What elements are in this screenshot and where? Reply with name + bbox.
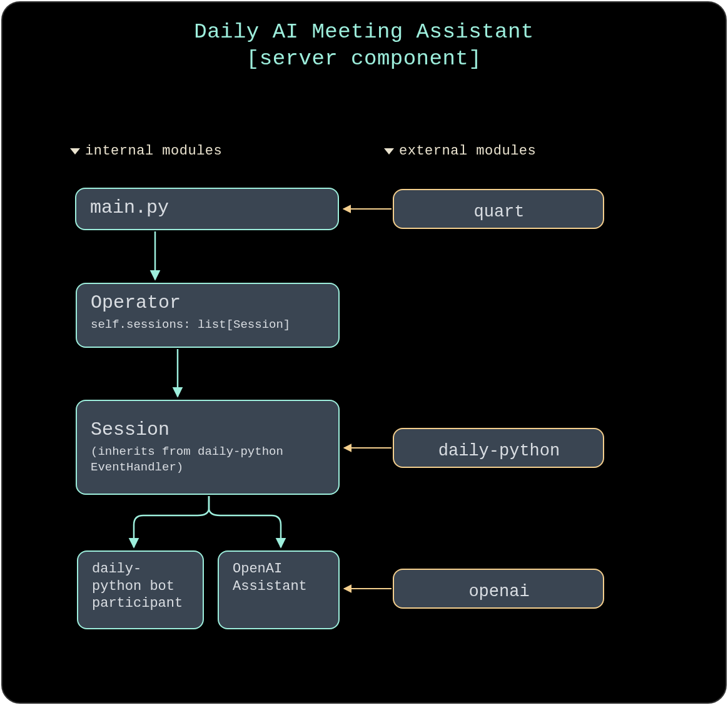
- node-daily-python-label: daily-python: [408, 438, 590, 464]
- node-openai-assistant: OpenAI Assistant: [218, 550, 340, 629]
- node-daily-python-bot: daily-python bot participant: [77, 550, 204, 629]
- internal-modules-header: internal modules: [69, 143, 222, 159]
- svg-marker-1: [384, 148, 394, 155]
- svg-marker-0: [70, 148, 80, 155]
- node-operator-title: Operator: [91, 293, 326, 313]
- node-openai-label: openai: [408, 579, 590, 605]
- chevron-down-icon: [383, 147, 395, 156]
- node-openai: openai: [393, 569, 604, 609]
- node-openai-assistant-text: OpenAI Assistant: [233, 560, 326, 595]
- node-quart: quart: [393, 189, 604, 229]
- external-modules-label: external modules: [399, 143, 536, 159]
- edge-session-to-assistant: [209, 496, 281, 547]
- external-modules-header: external modules: [383, 143, 536, 159]
- node-daily-python: daily-python: [393, 428, 604, 468]
- node-session-subtitle: (inherits from daily-python EventHandler…: [91, 444, 326, 475]
- edge-session-to-bot: [134, 496, 209, 547]
- diagram-frame: Daily AI Meeting Assistant [server compo…: [1, 1, 727, 704]
- diagram-title: Daily AI Meeting Assistant [server compo…: [3, 3, 725, 72]
- chevron-down-icon: [69, 147, 81, 156]
- node-session: Session (inherits from daily-python Even…: [76, 400, 340, 495]
- node-operator-subtitle: self.sessions: list[Session]: [91, 317, 326, 333]
- node-quart-label: quart: [408, 199, 590, 225]
- node-daily-python-bot-text: daily-python bot participant: [92, 560, 190, 612]
- node-session-title: Session: [91, 410, 326, 440]
- node-main-py: main.py: [75, 188, 339, 230]
- node-operator: Operator self.sessions: list[Session]: [76, 283, 340, 348]
- internal-modules-label: internal modules: [85, 143, 222, 159]
- node-main-py-title: main.py: [90, 198, 325, 218]
